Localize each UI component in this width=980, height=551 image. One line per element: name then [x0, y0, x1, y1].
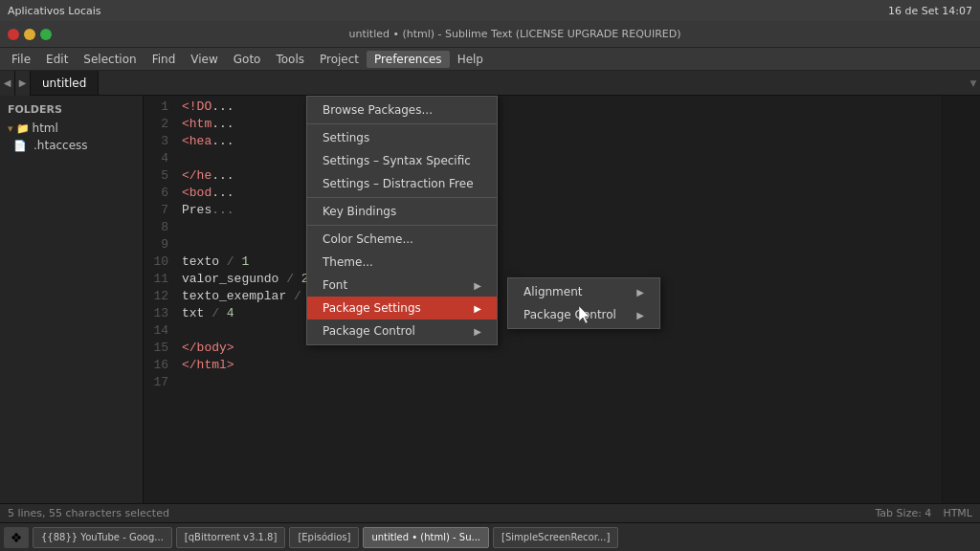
line-content-1: <!DO... [178, 99, 942, 114]
tab-untitled[interactable]: untitled [31, 71, 99, 95]
menu-font[interactable]: Font ▶ [307, 274, 497, 297]
line-content-5: </he... [178, 168, 942, 183]
line-num-11: 11 [144, 272, 178, 286]
key-bindings-label: Key Bindings [323, 205, 396, 218]
menu-preferences[interactable]: Preferences [367, 51, 450, 68]
menu-view[interactable]: View [183, 51, 225, 68]
line-6: 6 <bod... [144, 186, 942, 203]
folder-expand-icon: ▾ [8, 122, 13, 135]
settings-syntax-label: Settings – Syntax Specific [323, 154, 471, 167]
package-settings-submenu[interactable]: Alignment ▶ Package Control ▶ [507, 277, 660, 329]
line-content-15: </body> [178, 341, 942, 355]
browse-packages-label: Browse Packages... [323, 103, 433, 117]
line-num-12: 12 [144, 289, 178, 303]
font-label: Font [323, 278, 347, 292]
sidebar-file-label: .htaccess [33, 139, 88, 152]
line-content-6: <bod... [178, 186, 942, 200]
menu-settings-syntax[interactable]: Settings – Syntax Specific [307, 149, 497, 172]
line-1: 1 <!DO... [144, 99, 942, 117]
menu-settings[interactable]: Settings [307, 126, 497, 149]
line-5: 5 </he... [144, 168, 942, 186]
taskbar-youtube-label: {{88}} YouTube - Goog... [41, 532, 164, 542]
tab-scrollbar[interactable]: ▼ [967, 78, 980, 88]
settings-distraction-label: Settings – Distraction Free [323, 177, 474, 190]
status-right: Tab Size: 4 HTML [875, 507, 972, 519]
line-15: 15 </body> [144, 341, 942, 358]
menu-goto[interactable]: Goto [226, 51, 269, 68]
sidebar-item-html[interactable]: ▾ 📁 html [0, 120, 143, 137]
taskbar-youtube[interactable]: {{88}} YouTube - Goog... [33, 527, 172, 548]
line-content-2: <htm... [178, 117, 942, 131]
close-button[interactable] [8, 29, 19, 40]
line-content-3: <hea... [178, 134, 942, 148]
taskbar-episodios[interactable]: [Episódios] [289, 527, 359, 548]
taskbar-sublime[interactable]: untitled • (html) - Su... [363, 527, 489, 548]
line-num-9: 9 [144, 237, 178, 252]
taskbar-sublime-label: untitled • (html) - Su... [371, 532, 480, 542]
menu-find[interactable]: Find [145, 51, 184, 68]
window-title: untitled • (html) - Sublime Text (LICENS… [57, 28, 972, 40]
menubar: File Edit Selection Find View Goto Tools… [0, 48, 980, 71]
menu-edit[interactable]: Edit [38, 51, 76, 68]
taskbar-screenrecorder-label: [SimpleScreenRecor...] [501, 532, 610, 542]
tab-bar: ◀ ▶ untitled ▼ [0, 71, 980, 96]
alignment-label: Alignment [523, 285, 582, 298]
start-icon: ❖ [11, 530, 23, 545]
line-num-17: 17 [144, 375, 178, 389]
os-topbar-left: Aplicativos Locais [8, 5, 101, 17]
app-window: untitled • (html) - Sublime Text (LICENS… [0, 21, 980, 522]
taskbar-start-button[interactable]: ❖ [4, 527, 29, 548]
os-apps-label[interactable]: Aplicativos Locais [8, 5, 101, 17]
status-selection: 5 lines, 55 characters selected [8, 507, 169, 519]
os-taskbar: ❖ {{88}} YouTube - Goog... [qBittorrent … [0, 522, 980, 551]
folder-icon: 📁 [16, 122, 30, 135]
line-num-10: 10 [144, 254, 178, 269]
sidebar: FOLDERS ▾ 📁 html 📄 .htaccess [0, 96, 144, 503]
menu-package-settings[interactable]: Package Settings ▶ [307, 297, 497, 320]
statusbar: 5 lines, 55 characters selected Tab Size… [0, 503, 980, 522]
status-tabsize: Tab Size: 4 [875, 507, 931, 519]
taskbar-qbittorrent[interactable]: [qBittorrent v3.1.8] [176, 527, 286, 548]
settings-label: Settings [323, 131, 369, 144]
separator-2 [307, 197, 497, 198]
separator-3 [307, 225, 497, 226]
line-content-7: Pres... [178, 203, 942, 217]
editor-content: 1 <!DO... 2 <htm... 3 <hea... 4 5 </h [144, 96, 942, 396]
menu-project[interactable]: Project [312, 51, 367, 68]
menu-tools[interactable]: Tools [268, 51, 312, 68]
menu-theme[interactable]: Theme... [307, 251, 497, 274]
theme-label: Theme... [323, 255, 373, 269]
menu-help[interactable]: Help [450, 51, 491, 68]
taskbar-episodios-label: [Episódios] [298, 532, 350, 542]
os-time: 16 de Set 14:07 [888, 5, 972, 17]
menu-file[interactable]: File [4, 51, 38, 68]
line-num-1: 1 [144, 99, 178, 114]
submenu-alignment[interactable]: Alignment ▶ [508, 280, 659, 303]
window-controls [8, 29, 52, 40]
menu-color-scheme[interactable]: Color Scheme... [307, 228, 497, 251]
tab-nav-left[interactable]: ◀ [0, 71, 15, 96]
minimize-button[interactable] [24, 29, 35, 40]
sidebar-item-htaccess[interactable]: 📄 .htaccess [0, 137, 143, 154]
submenu-package-control[interactable]: Package Control ▶ [508, 303, 659, 326]
menu-package-control[interactable]: Package Control ▶ [307, 320, 497, 342]
minimap [942, 96, 980, 503]
preferences-dropdown[interactable]: Browse Packages... Settings Settings – S… [306, 96, 498, 345]
editor[interactable]: 1 <!DO... 2 <htm... 3 <hea... 4 5 </h [144, 96, 942, 503]
status-syntax: HTML [943, 507, 972, 519]
line-num-2: 2 [144, 117, 178, 131]
menu-selection[interactable]: Selection [76, 51, 144, 68]
menu-browse-packages[interactable]: Browse Packages... [307, 99, 497, 121]
taskbar-screenrecorder[interactable]: [SimpleScreenRecor...] [493, 527, 618, 548]
menu-settings-distraction[interactable]: Settings – Distraction Free [307, 172, 497, 195]
separator-1 [307, 123, 497, 124]
line-2: 2 <htm... [144, 117, 942, 134]
line-num-15: 15 [144, 341, 178, 355]
maximize-button[interactable] [40, 29, 52, 40]
tab-nav-right[interactable]: ▶ [15, 71, 31, 96]
line-content-16: </html> [178, 358, 942, 372]
menu-key-bindings[interactable]: Key Bindings [307, 200, 497, 223]
sidebar-header: FOLDERS [0, 99, 143, 120]
line-7: 7 Pres... [144, 203, 942, 220]
line-num-3: 3 [144, 134, 178, 148]
